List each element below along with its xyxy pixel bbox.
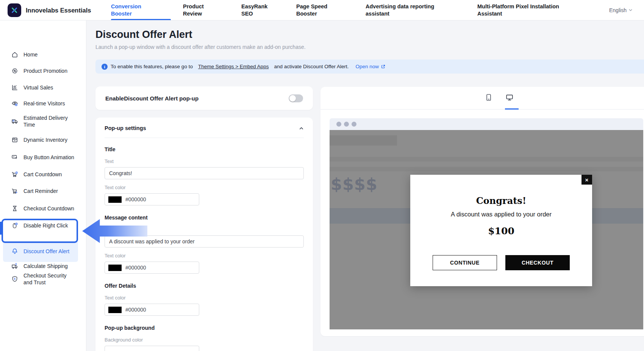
- popup-amount: $100: [410, 226, 592, 237]
- toggle-knob: [289, 95, 296, 102]
- delivery-truck-icon: [11, 118, 18, 125]
- app-logo-icon: [8, 3, 21, 17]
- device-toggle-row: [320, 87, 644, 110]
- sidebar-item-label: Buy Button Animation: [23, 154, 74, 161]
- close-icon: ×: [585, 177, 589, 183]
- sidebar-item-label: Home: [23, 51, 38, 58]
- title-section-heading: Title: [105, 146, 304, 152]
- background-color-input[interactable]: [105, 346, 199, 351]
- tab-advertising-data-reporting[interactable]: Advertising data reporting assistant: [366, 3, 449, 17]
- open-now-link[interactable]: Open now: [356, 64, 386, 69]
- title-text-input[interactable]: [105, 167, 304, 179]
- color-swatch: [108, 196, 122, 203]
- main-content: Discount Offer Alert Launch a pop-up win…: [86, 20, 644, 351]
- mock-stripe: [330, 167, 643, 171]
- shield-dollar-icon: $: [11, 276, 18, 282]
- enable-toggle[interactable]: [289, 94, 303, 102]
- sidebar-item-real-time-visitors[interactable]: Real-time Visitors: [3, 96, 78, 111]
- title-text-label: Text: [105, 158, 304, 164]
- message-text-label: Text: [105, 227, 304, 232]
- sidebar-item-home[interactable]: Home: [3, 47, 78, 63]
- inventory-box-icon: [11, 136, 18, 143]
- brand: Innovelabs Essentials: [8, 3, 91, 17]
- browser-dot: [336, 122, 341, 127]
- mock-stripe: [330, 157, 643, 161]
- sidebar-item-product-promotion[interactable]: Product Promotion: [3, 63, 78, 79]
- language-label: English: [609, 7, 627, 13]
- browser-dot: [352, 122, 356, 127]
- offer-color-input[interactable]: #000000: [105, 304, 199, 316]
- svg-text:$: $: [14, 277, 16, 280]
- app-screen: Innovelabs Essentials Conversion Booster…: [0, 0, 644, 351]
- message-color-input[interactable]: #000000: [105, 262, 199, 274]
- mock-browser-bar: [330, 118, 643, 130]
- collapse-chevron-up-icon[interactable]: [299, 126, 304, 131]
- title-color-input[interactable]: #000000: [105, 193, 199, 205]
- offer-color-label: Text color: [105, 295, 304, 301]
- sidebar-item-disable-right-click[interactable]: Disable Right Click: [3, 218, 78, 233]
- language-selector[interactable]: English: [609, 7, 633, 13]
- title-color-label: Text color: [105, 185, 304, 190]
- tab-product-review[interactable]: Product Review: [183, 3, 217, 17]
- sidebar-item-label: Cart Reminder: [23, 188, 58, 194]
- top-navigation-bar: Innovelabs Essentials Conversion Booster…: [0, 0, 644, 20]
- page-title: Discount Offer Alert: [95, 29, 192, 41]
- sidebar-item-label: Estimated Delivery Time: [23, 114, 73, 128]
- divider: [105, 138, 304, 138]
- message-section-heading: Message content: [105, 215, 304, 221]
- sidebar-item-label: Disable Right Click: [23, 222, 68, 229]
- popup-settings-card: Pop-up settings Title Text Text color #0…: [95, 118, 313, 351]
- sidebar-item-cart-reminder[interactable]: Cart Reminder: [3, 183, 78, 199]
- tab-multi-platform-pixel[interactable]: Multi-Platform Pixel Installation Assist…: [477, 3, 568, 17]
- home-icon: [11, 51, 18, 58]
- divider: [320, 109, 644, 110]
- sidebar-item-label: Dynamic Inventory: [23, 136, 67, 143]
- active-tab-underline: [111, 19, 171, 20]
- sidebar-item-checkout-countdown[interactable]: Checkout Countdown: [3, 201, 78, 216]
- sidebar-item-label: Checkout Security and Trust: [23, 272, 73, 286]
- promotion-badge-icon: [11, 67, 18, 74]
- preview-card: $$$$ × Congrats! A discount was applied …: [320, 87, 644, 336]
- sidebar-item-checkout-security[interactable]: $ Checkout Security and Trust: [3, 268, 78, 290]
- theme-settings-link[interactable]: Theme Settings > Embed Apps: [198, 64, 269, 69]
- sidebar-item-dynamic-inventory[interactable]: Dynamic Inventory: [3, 132, 78, 148]
- sidebar-item-label: Product Promotion: [23, 67, 67, 74]
- sidebar-item-buy-button-animation[interactable]: Buy Button Animation: [3, 149, 78, 165]
- tab-easyrank-seo[interactable]: EasyRank SEO: [241, 3, 279, 17]
- popup-message: A discount was applied to your order: [410, 211, 592, 218]
- sidebar: Home Product Promotion Virtual Sales Rea…: [0, 20, 86, 351]
- browser-dot: [344, 122, 349, 127]
- tab-conversion-booster[interactable]: Conversion Booster: [111, 3, 156, 17]
- color-value: #000000: [125, 265, 146, 271]
- page-subtitle: Launch a pop-up window with a discount o…: [95, 44, 306, 50]
- mock-price-placeholder: $$$$: [331, 175, 378, 194]
- popup-settings-heading: Pop-up settings: [105, 125, 146, 131]
- sidebar-item-cart-countdown[interactable]: Cart Countdown: [3, 166, 78, 182]
- sidebar-item-virtual-sales[interactable]: Virtual Sales: [3, 80, 78, 96]
- brand-name: Innovelabs Essentials: [26, 7, 91, 14]
- discount-popup-preview: × Congrats! A discount was applied to yo…: [410, 175, 592, 286]
- info-icon: i: [102, 64, 108, 70]
- enable-card: EnableDiscount Offer Alert pop-up: [95, 86, 313, 110]
- open-now-label: Open now: [356, 64, 379, 69]
- popup-title: Congrats!: [410, 195, 592, 206]
- hourglass-icon: [11, 205, 18, 212]
- sidebar-item-label: Virtual Sales: [23, 84, 53, 91]
- active-device-underline: [505, 108, 519, 110]
- message-text-input[interactable]: [105, 235, 304, 248]
- message-color-label: Text color: [105, 253, 304, 259]
- enable-label: EnableDiscount Offer Alert pop-up: [105, 95, 199, 102]
- offer-section-heading: Offer Details: [105, 283, 304, 289]
- eye-icon: [11, 100, 18, 107]
- tab-page-speed-booster[interactable]: Page Speed Booster: [296, 3, 342, 17]
- popup-close-button[interactable]: ×: [581, 175, 592, 185]
- color-value: #000000: [125, 307, 146, 313]
- continue-button[interactable]: CONTINUE: [433, 255, 497, 270]
- sidebar-item-label: Discount Offer Alert: [23, 248, 69, 255]
- checkout-button[interactable]: CHECKOUT: [505, 255, 570, 270]
- desktop-preview-icon[interactable]: [504, 91, 515, 105]
- sidebar-item-estimated-delivery-time[interactable]: Estimated Delivery Time: [3, 111, 78, 132]
- banner-text-before: To enable this features, please go to: [111, 64, 193, 69]
- sidebar-item-label: Checkout Countdown: [23, 205, 74, 212]
- mobile-preview-icon[interactable]: [483, 91, 494, 105]
